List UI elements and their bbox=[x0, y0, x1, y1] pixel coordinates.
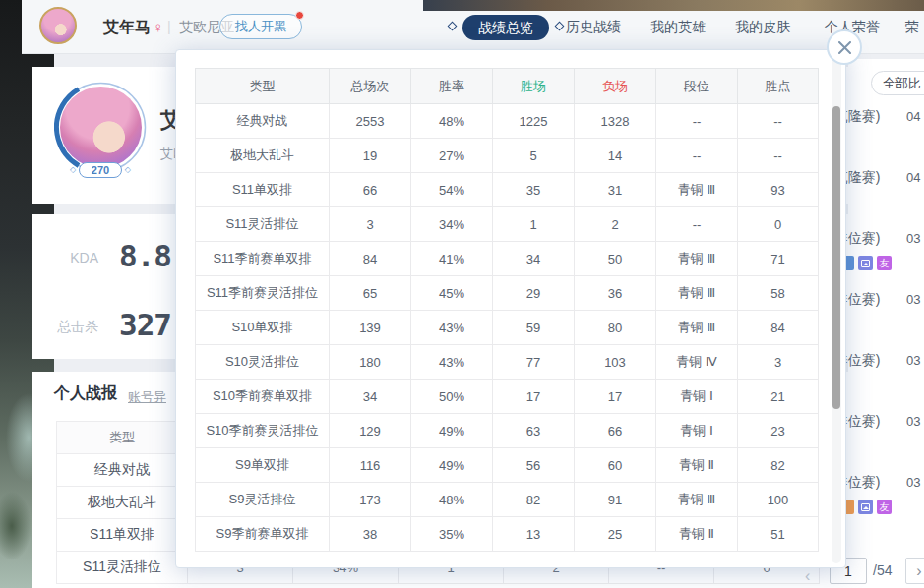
table-cell: 43% bbox=[411, 311, 493, 345]
table-cell: 1328 bbox=[575, 104, 656, 139]
table-row: S11单双排6654%3531青铜 Ⅲ93 bbox=[196, 173, 819, 207]
top-artwork-band bbox=[423, 0, 924, 11]
table-cell: S10季前赛灵活排位 bbox=[196, 414, 330, 448]
match-row[interactable]: (排位赛)03友 bbox=[848, 218, 924, 279]
table-cell: 129 bbox=[330, 414, 411, 448]
table-cell: 38 bbox=[330, 517, 411, 552]
notification-dot bbox=[295, 11, 304, 20]
table-cell: 50% bbox=[411, 380, 493, 414]
match-row[interactable]: (排位赛)03 bbox=[848, 401, 924, 462]
diamond-icon bbox=[555, 22, 565, 31]
total-kills-label: 总击杀 bbox=[32, 319, 98, 336]
report-type-cell: 经典对战 bbox=[57, 454, 188, 487]
diamond-icon bbox=[448, 22, 458, 31]
table-cell: S9灵活排位 bbox=[196, 483, 330, 517]
table-row: S10季前赛单双排3450%1717青铜 Ⅰ21 bbox=[196, 380, 819, 414]
table-cell: 54% bbox=[411, 173, 493, 207]
table-cell: 84 bbox=[738, 311, 819, 345]
table-cell: 0 bbox=[738, 207, 819, 242]
match-row[interactable]: (克隆赛)04 bbox=[848, 157, 924, 218]
modal-scrollbar-thumb[interactable] bbox=[832, 106, 840, 409]
table-cell: 36 bbox=[575, 276, 656, 311]
table-cell: 1225 bbox=[493, 104, 575, 139]
column-header: 负场 bbox=[575, 69, 656, 104]
account-status-link[interactable]: 账号异 bbox=[128, 388, 166, 406]
report-type-cell: S11单双排 bbox=[57, 519, 188, 552]
table-cell: 91 bbox=[575, 483, 656, 517]
table-cell: S11单双排 bbox=[196, 173, 330, 207]
match-date-partial: 04 bbox=[906, 170, 920, 185]
table-cell: 48% bbox=[411, 104, 493, 139]
prev-page-button[interactable]: ‹ bbox=[805, 567, 810, 585]
level-badge: ◇ 270 ◇ bbox=[79, 162, 122, 178]
table-cell: S10单双排 bbox=[196, 311, 330, 345]
match-row[interactable]: (克隆赛)04 bbox=[848, 96, 924, 157]
column-header: 胜场 bbox=[493, 69, 575, 104]
table-row: S10单双排13943%5980青铜 Ⅲ84 bbox=[196, 311, 819, 345]
table-cell: 25 bbox=[575, 517, 656, 552]
match-row[interactable]: (排位赛)03友 bbox=[848, 462, 924, 523]
table-cell: 3 bbox=[330, 207, 411, 242]
match-date-partial: 03 bbox=[906, 353, 920, 368]
table-cell: 27% bbox=[411, 139, 493, 173]
close-icon[interactable] bbox=[827, 29, 862, 65]
stats-overview-modal: 类型总场次胜率胜场负场段位胜点经典对战255348%12251328----极地… bbox=[175, 49, 846, 568]
table-cell: 青铜 Ⅳ bbox=[656, 345, 738, 380]
screenshot-badge-icon bbox=[858, 500, 873, 514]
season-stats-table: 类型总场次胜率胜场负场段位胜点经典对战255348%12251328----极地… bbox=[195, 68, 819, 552]
table-cell: S10季前赛单双排 bbox=[196, 380, 330, 414]
tab-overview[interactable]: 战绩总览 bbox=[462, 15, 549, 40]
match-date-partial: 03 bbox=[906, 414, 920, 429]
match-list-panel: 全部比 (克隆赛)04(克隆赛)04(排位赛)03友(排位赛)03(排位赛)03… bbox=[848, 59, 924, 588]
table-cell: 2 bbox=[575, 207, 656, 242]
table-cell: 经典对战 bbox=[196, 104, 330, 139]
table-cell: 43% bbox=[411, 345, 493, 380]
table-cell: 1 bbox=[493, 207, 575, 242]
table-cell: 48% bbox=[411, 483, 493, 517]
find-team-button[interactable]: 找人开黑 bbox=[219, 14, 302, 39]
table-row: S10季前赛灵活排位12949%6366青铜 Ⅰ23 bbox=[196, 414, 819, 448]
next-page-button[interactable]: › bbox=[905, 558, 924, 584]
table-cell: 34 bbox=[330, 380, 411, 414]
table-cell: 35% bbox=[411, 517, 493, 552]
table-cell: S11季前赛单双排 bbox=[196, 242, 330, 276]
report-type-cell: 极地大乱斗 bbox=[57, 487, 188, 519]
table-cell: 极地大乱斗 bbox=[196, 139, 330, 173]
table-cell: 173 bbox=[330, 483, 411, 517]
table-cell: 59 bbox=[493, 311, 575, 345]
kda-value: 8.8 bbox=[119, 238, 171, 273]
table-cell: 青铜 Ⅲ bbox=[656, 483, 738, 517]
table-cell: 14 bbox=[575, 139, 656, 173]
table-cell: 58 bbox=[738, 276, 819, 311]
table-cell: S9季前赛单双排 bbox=[196, 517, 330, 552]
table-cell: 77 bbox=[493, 345, 575, 380]
table-cell: 青铜 Ⅱ bbox=[656, 448, 738, 483]
table-cell: 66 bbox=[575, 414, 656, 448]
table-cell: S11灵活排位 bbox=[196, 207, 330, 242]
table-cell: 青铜 Ⅰ bbox=[656, 380, 738, 414]
player-avatar-large[interactable]: ◇ 270 ◇ bbox=[54, 81, 148, 174]
table-row: 经典对战255348%12251328---- bbox=[196, 104, 819, 139]
report-type-cell: S11灵活排位 bbox=[57, 552, 188, 584]
table-cell: 31 bbox=[575, 173, 656, 207]
table-cell: -- bbox=[738, 104, 819, 139]
table-cell: 34 bbox=[493, 242, 575, 276]
table-cell: 21 bbox=[738, 380, 819, 414]
match-list: (克隆赛)04(克隆赛)04(排位赛)03友(排位赛)03(排位赛)03(排位赛… bbox=[848, 96, 924, 523]
table-cell: -- bbox=[656, 104, 738, 139]
table-cell: 35 bbox=[493, 173, 575, 207]
table-cell: 41% bbox=[411, 242, 493, 276]
table-cell: 80 bbox=[575, 311, 656, 345]
kda-label: KDA bbox=[32, 250, 98, 265]
match-row[interactable]: (排位赛)03 bbox=[848, 340, 924, 401]
level-progress-ring bbox=[54, 81, 148, 174]
table-cell: 49% bbox=[411, 448, 493, 483]
female-icon: ♀ bbox=[153, 0, 163, 54]
table-cell: 63 bbox=[493, 414, 575, 448]
match-row[interactable]: (排位赛)03 bbox=[848, 279, 924, 340]
level-value: 270 bbox=[92, 164, 109, 176]
table-cell: 5 bbox=[493, 139, 575, 173]
table-cell: S11季前赛灵活排位 bbox=[196, 276, 330, 311]
all-matches-filter-button[interactable]: 全部比 bbox=[871, 71, 924, 95]
player-avatar-small[interactable] bbox=[39, 7, 77, 44]
